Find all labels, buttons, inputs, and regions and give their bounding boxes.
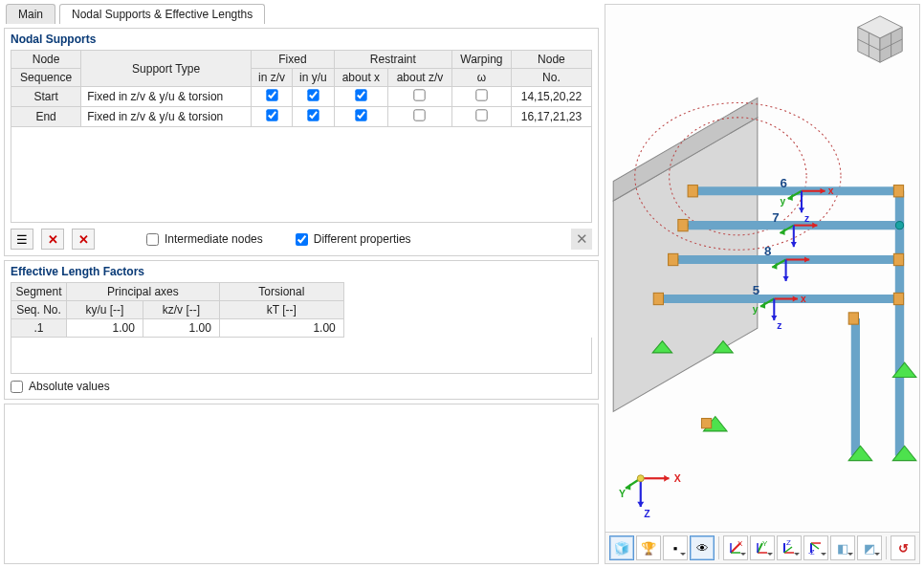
th-torsional: Torsional: [219, 283, 343, 301]
tab-main[interactable]: Main: [6, 4, 55, 24]
table-row[interactable]: .1 1.00 1.00 1.00: [11, 319, 593, 338]
close-options-button[interactable]: ✕: [571, 229, 592, 250]
svg-text:Y: Y: [762, 539, 768, 548]
check-r-x[interactable]: [355, 109, 366, 120]
table-row[interactable]: Start Fixed in z/v & y/u & torsion 14,15…: [11, 87, 592, 107]
effective-length-table: Segment Principal axes Torsional Seq. No…: [11, 282, 592, 338]
y-axis-button[interactable]: Y: [750, 535, 775, 560]
empty-panel: [4, 404, 599, 564]
delete-all-button[interactable]: ✕: [72, 229, 95, 250]
th-node: Node: [511, 51, 591, 69]
th-restraint: Restraint: [334, 51, 451, 69]
member-label: 6: [780, 176, 786, 190]
check-warp[interactable]: [475, 89, 487, 100]
cell-kzv[interactable]: 1.00: [143, 319, 219, 338]
wireframe-button[interactable]: 🏆: [636, 535, 661, 560]
reset-icon: ↺: [898, 541, 909, 556]
display-mode-button[interactable]: ▪: [663, 535, 688, 560]
check-r-zv[interactable]: [414, 89, 426, 100]
reset-view-button[interactable]: ↺: [891, 535, 915, 560]
th-node-no: No.: [511, 69, 591, 87]
absolute-values-row[interactable]: Absolute values: [11, 374, 592, 393]
tab-bar: Main Nodal Supports & Effective Lengths: [4, 4, 599, 24]
th-kyu: ky/u [--]: [66, 301, 143, 319]
cell-kt[interactable]: 1.00: [219, 319, 343, 338]
render-mode-button[interactable]: 🧊: [609, 535, 634, 560]
view-cube-nav[interactable]: [852, 12, 908, 68]
th-seg-top: Segment: [11, 283, 67, 301]
th-kzv: kz/v [--]: [143, 301, 219, 319]
different-checkbox[interactable]: [296, 233, 308, 246]
svg-rect-63: [848, 313, 858, 324]
axis-neg-z-icon: -Z: [807, 539, 825, 557]
cell-kyu[interactable]: 1.00: [66, 319, 143, 338]
th-warp-w: ω: [451, 69, 511, 87]
effective-length-panel: Effective Length Factors Segment Princip…: [4, 260, 599, 400]
view-options-button[interactable]: 👁: [690, 535, 715, 560]
svg-rect-60: [893, 186, 903, 197]
model-viewport-panel: 6 7 8 5 x y z: [605, 4, 920, 564]
delete-icon: ✕: [48, 232, 58, 247]
eye-icon: 👁: [696, 541, 709, 556]
cell-nodes: 14,15,20,22: [511, 87, 591, 107]
cell-type[interactable]: Fixed in z/v & y/u & torsion: [81, 107, 252, 127]
table-edit-icon: ☰: [16, 232, 28, 247]
cell-seq: End: [11, 107, 81, 127]
svg-text:z: z: [777, 320, 781, 331]
th-fixed: Fixed: [252, 51, 335, 69]
cell-type[interactable]: Fixed in z/v & y/u & torsion: [81, 87, 252, 107]
svg-text:-Z: -Z: [808, 549, 815, 556]
tab-nodal-supports[interactable]: Nodal Supports & Effective Lengths: [59, 4, 265, 24]
svg-rect-62: [893, 293, 903, 304]
table-row[interactable]: End Fixed in z/v & y/u & torsion 16,17,2…: [11, 107, 592, 127]
check-fix-yu[interactable]: [307, 109, 319, 120]
intermediate-checkbox[interactable]: [146, 233, 159, 246]
display-icon: ▪: [673, 541, 678, 556]
x-axis-button[interactable]: X: [723, 535, 748, 560]
th-node-seq-bot: Sequence: [11, 69, 81, 87]
edit-supports-button[interactable]: ☰: [11, 229, 33, 250]
svg-text:z: z: [804, 213, 809, 224]
different-checkbox-row[interactable]: Different properties: [296, 232, 411, 246]
svg-marker-34: [791, 242, 797, 247]
different-label: Different properties: [314, 232, 411, 246]
neg-z-axis-button[interactable]: -Z: [803, 535, 828, 560]
check-fix-yu[interactable]: [307, 89, 319, 100]
member-label: 8: [764, 244, 771, 258]
svg-rect-56: [688, 186, 697, 197]
clip-plane-button[interactable]: ◩: [857, 535, 882, 560]
clip-icon: ◩: [864, 541, 875, 556]
iso-view-button[interactable]: ◧: [830, 535, 855, 560]
model-viewport[interactable]: 6 7 8 5 x y z: [605, 5, 919, 532]
axis-x-icon: X: [727, 539, 744, 557]
svg-rect-61: [893, 253, 903, 265]
svg-text:y: y: [780, 196, 785, 207]
nodal-supports-table: Node Support Type Fixed Restraint Warpin…: [11, 50, 592, 127]
absolute-values-label: Absolute values: [29, 380, 110, 393]
effective-length-title: Effective Length Factors: [11, 265, 592, 278]
absolute-values-checkbox[interactable]: [11, 381, 23, 393]
svg-rect-58: [669, 253, 678, 265]
delete-row-button[interactable]: ✕: [41, 229, 64, 250]
z-axis-button[interactable]: Z: [777, 535, 802, 560]
check-r-x[interactable]: [355, 89, 366, 100]
th-fix-yu: in y/u: [293, 69, 335, 87]
render-icon: 🧊: [614, 541, 629, 556]
nodal-supports-panel: Nodal Supports Node Support Type Fixed R…: [4, 28, 599, 256]
check-fix-zv[interactable]: [266, 89, 277, 100]
svg-point-15: [895, 222, 903, 229]
effective-length-empty-area: [11, 338, 592, 374]
svg-rect-64: [701, 419, 711, 428]
check-warp[interactable]: [475, 109, 487, 120]
wireframe-icon: 🏆: [641, 541, 656, 556]
th-support-type: Support Type: [81, 51, 252, 87]
th-r-x: about x: [334, 69, 387, 87]
th-r-zv: about z/v: [387, 69, 451, 87]
cell-seq: .1: [11, 319, 67, 338]
nodal-supports-empty-area: [11, 127, 592, 223]
member-label: 7: [772, 210, 779, 225]
check-r-zv[interactable]: [414, 109, 426, 120]
check-fix-zv[interactable]: [266, 109, 277, 120]
intermediate-checkbox-row[interactable]: Intermediate nodes: [146, 232, 263, 246]
cell-seq: Start: [11, 87, 81, 107]
